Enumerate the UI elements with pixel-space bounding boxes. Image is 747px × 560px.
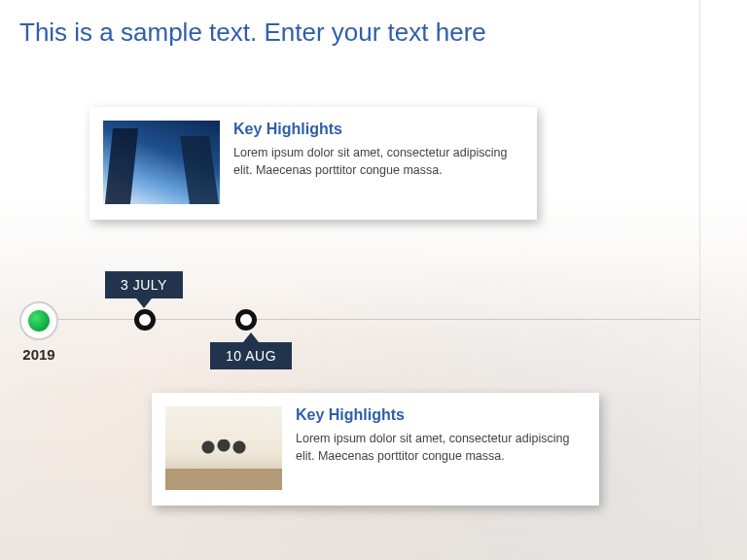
date-flag-1: 3 JULY — [105, 271, 183, 298]
date-flag-2: 10 AUG — [210, 342, 292, 369]
slide-title[interactable]: This is a sample text. Enter your text h… — [19, 18, 486, 48]
highlight-card-1: Key Highlights Lorem ipsum dolor sit ame… — [89, 107, 537, 220]
card-2-heading[interactable]: Key Highlights — [296, 406, 582, 424]
flag-tail-icon — [243, 332, 259, 342]
timeline-node-2 — [235, 309, 257, 331]
card-2-body: Key Highlights Lorem ipsum dolor sit ame… — [296, 406, 582, 490]
flag-tail-icon — [136, 298, 152, 308]
timeline-node-1 — [134, 309, 156, 331]
date-flag-1-label: 3 JULY — [121, 277, 167, 293]
timeline-axis — [27, 319, 700, 320]
timeline-start-marker — [19, 301, 58, 340]
right-divider — [699, 0, 700, 560]
start-dot-icon — [28, 310, 50, 332]
card-1-text[interactable]: Lorem ipsum dolor sit amet, consectetur … — [233, 144, 519, 179]
slide-root: This is a sample text. Enter your text h… — [0, 0, 747, 560]
card-2-text[interactable]: Lorem ipsum dolor sit amet, consectetur … — [296, 430, 582, 465]
highlight-card-2: Key Highlights Lorem ipsum dolor sit ame… — [152, 393, 599, 506]
timeline-start-year: 2019 — [19, 346, 58, 363]
card-2-image — [165, 406, 282, 490]
card-1-heading[interactable]: Key Highlights — [233, 121, 519, 138]
card-1-image — [103, 121, 220, 204]
date-flag-2-label: 10 AUG — [226, 348, 276, 364]
card-1-body: Key Highlights Lorem ipsum dolor sit ame… — [233, 121, 519, 204]
